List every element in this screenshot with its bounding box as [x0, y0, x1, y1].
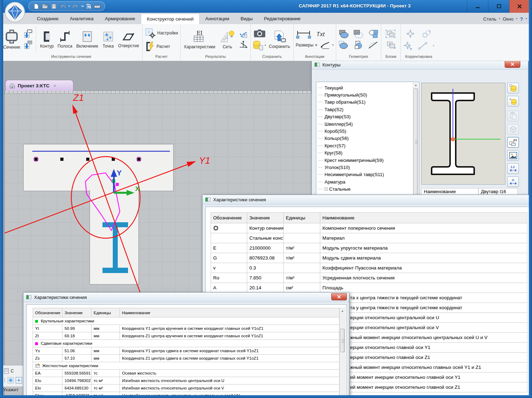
snap-grid-icon[interactable] — [7, 377, 14, 384]
move-nodes-icon[interactable] — [403, 41, 413, 50]
align-line-icon[interactable] — [418, 42, 428, 50]
settings-button[interactable]: Настройки — [145, 28, 178, 38]
section-header-row[interactable]: Сдвиговые характеристики — [33, 340, 339, 347]
tab-analytics[interactable]: Аналитика — [64, 13, 99, 24]
table-row[interactable]: Yt50.99ммКоордината Y1 центра кручения в… — [33, 325, 339, 332]
boolean-union-icon[interactable] — [338, 29, 350, 39]
tree-scrollbar[interactable] — [413, 82, 419, 203]
tab-creation[interactable]: Создание — [31, 13, 64, 24]
dimension-letters-button[interactable]: A — [507, 176, 519, 187]
save-icon[interactable] — [51, 3, 57, 10]
refresh-icon[interactable] — [85, 3, 92, 10]
open-folder-icon[interactable] — [42, 3, 48, 10]
table-row[interactable]: EIv6434.689130тс·м²Изгибная жесткость от… — [33, 385, 339, 392]
scroll-up-icon[interactable] — [413, 82, 419, 88]
image-background-button[interactable] — [507, 150, 519, 161]
boolean-merge-icon[interactable] — [353, 40, 364, 50]
grip-icon[interactable] — [4, 377, 6, 383]
table-row[interactable]: Zt69.18ммКоордината Z1 центра кручения в… — [33, 332, 339, 340]
menu-style[interactable]: Стиль — [482, 16, 498, 22]
tab-editing[interactable]: Редактирование — [258, 13, 306, 24]
import-dxf-icon[interactable] — [23, 40, 33, 50]
torsion-dialog-titlebar[interactable]: Характеристики сечения — [23, 293, 349, 302]
tree-item[interactable]: Несимметричный тавр(S11) — [318, 171, 419, 178]
inclusion-button[interactable]: Включение — [75, 30, 99, 49]
section-preview[interactable] — [421, 83, 505, 185]
table-row[interactable]: Ro7.850т/м³Усредненная плотность сечения — [211, 273, 527, 283]
boolean-crop-icon[interactable] — [338, 40, 350, 50]
contours-dialog-titlebar[interactable]: Контуры — [312, 60, 528, 70]
dimensions-dropdown-icon[interactable] — [315, 43, 317, 47]
table-row[interactable]: EIu10494.798302тс·м²Изгибная жесткость о… — [33, 377, 339, 385]
text-tool-button[interactable]: Txt — [316, 31, 325, 38]
save-section-button[interactable]: Сохранить — [268, 29, 291, 50]
database-dropdown-icon[interactable] — [265, 44, 266, 47]
maximize-button[interactable] — [488, 0, 509, 13]
undo-dropdown-icon[interactable] — [68, 5, 70, 8]
ruler-icon[interactable] — [94, 3, 100, 10]
close-button[interactable] — [331, 293, 347, 300]
tree-item[interactable]: Уголок(S10) — [318, 164, 419, 171]
table-row[interactable]: A20.14см²Площадь — [211, 283, 527, 293]
tree-item[interactable]: Крест(S7) — [318, 142, 419, 149]
mesh-button[interactable]: Сеть — [218, 29, 237, 50]
tree-item[interactable]: Прямоугольный(S0) — [318, 91, 419, 98]
new-document-icon[interactable] — [33, 3, 39, 10]
table-row[interactable]: EA559338.56591·тсОсевая жесткость — [33, 370, 339, 377]
qat-customize-icon[interactable] — [82, 5, 84, 8]
tree-item[interactable]: Швеллер(S4) — [318, 120, 419, 127]
dimension-values-button[interactable]: 1.2 — [507, 163, 519, 174]
collapse-icon[interactable] — [325, 187, 328, 191]
split-curve-icon[interactable] — [367, 40, 379, 50]
correction-dropdown-icon[interactable] — [433, 44, 434, 47]
document-tab[interactable]: Проект 3:КТС — [5, 80, 73, 91]
tree-item[interactable]: Тавр(S2) — [318, 106, 419, 113]
tree-item[interactable]: Стальные — [318, 185, 419, 192]
hole-button[interactable]: Отверстие — [117, 30, 140, 49]
table-row[interactable]: E21000000т/м²Модуль упругости материала — [211, 243, 527, 253]
boolean-intersect-icon[interactable] — [367, 29, 379, 39]
table-row[interactable]: Стальные конструкцииМатериал — [211, 233, 527, 243]
minimize-button[interactable] — [467, 0, 488, 13]
tree-item[interactable]: Двутавр(S3) — [318, 113, 419, 120]
tree-item[interactable]: Короб(S5) — [318, 127, 419, 135]
characteristics-button[interactable]: EI Характеристики — [183, 29, 216, 50]
view-3d-button[interactable] — [507, 124, 519, 135]
tab-reinforcement[interactable]: Армирование — [99, 13, 141, 24]
strip-button[interactable]: Полоса — [56, 30, 73, 49]
table-row[interactable]: Контур сеченияКомпонент поперечного сече… — [211, 223, 527, 233]
save-to-library-button[interactable] — [507, 83, 519, 93]
tree-item[interactable]: Текущий — [318, 84, 419, 91]
tree-item[interactable]: Кольцо(S6) — [318, 135, 419, 142]
tab-annotations[interactable]: Аннотации — [200, 13, 235, 24]
rotate-icon[interactable] — [422, 29, 432, 38]
xy-plane-button[interactable]: XY — [507, 137, 519, 148]
scroll-up-icon[interactable] — [340, 308, 345, 314]
edit-block-icon[interactable] — [385, 41, 397, 50]
section-header-row[interactable]: Жесткостные характеристики — [33, 362, 339, 370]
table-row[interactable]: Ys51.06ммКоордината Y1 центра сдвига в с… — [33, 347, 339, 355]
snapshot-camera-icon[interactable] — [253, 29, 266, 38]
help-dropdown-icon[interactable] — [526, 17, 527, 20]
redo-icon[interactable] — [72, 3, 79, 10]
paste-contour-button[interactable] — [507, 111, 519, 121]
pen-icon[interactable] — [320, 41, 330, 49]
database-icon[interactable] — [253, 40, 266, 51]
dimension-icon[interactable] — [296, 30, 311, 39]
tab-section-constructor[interactable]: Конструктор сечений — [141, 13, 200, 24]
style-dropdown-icon[interactable] — [499, 17, 500, 20]
tab-views[interactable]: Виды — [235, 13, 258, 24]
window-dropdown-icon[interactable] — [516, 17, 517, 20]
pen-dropdown-icon[interactable] — [332, 44, 334, 47]
section-button[interactable]: Сечение — [2, 29, 21, 50]
snap-node-icon[interactable] — [16, 377, 22, 384]
app-logo-icon[interactable] — [4, 1, 26, 23]
properties-dialog-titlebar[interactable]: Характеристики сечения — [203, 195, 532, 205]
tab-close-icon[interactable] — [53, 83, 56, 88]
table-row[interactable]: G8076923.08т/м²Модуль сдвига материала — [211, 253, 527, 263]
table-scrollbar[interactable] — [339, 308, 345, 397]
section-header-row[interactable]: Крутильные характеристики — [33, 317, 339, 325]
load-from-library-button[interactable] — [507, 96, 519, 107]
local-axes-icon[interactable] — [238, 31, 248, 39]
dimensions-button[interactable]: Размеры — [296, 43, 317, 48]
